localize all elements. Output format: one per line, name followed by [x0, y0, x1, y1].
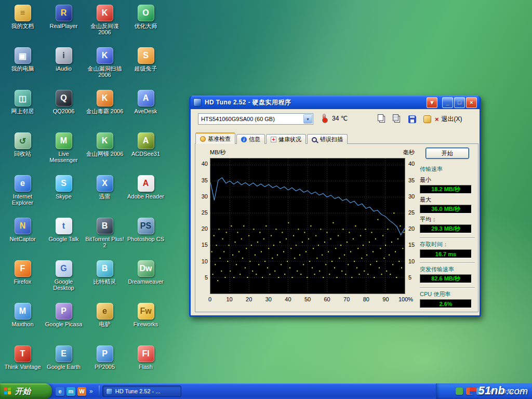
error-scan-icon — [312, 137, 317, 142]
desktop-icon-label: Flash — [139, 364, 153, 370]
tab-benchmark[interactable]: 基准检查 — [195, 132, 235, 144]
desktop-icon-acdsee31[interactable]: AACDSee31 — [125, 130, 166, 172]
desktop-icon-kingsoft-firewall[interactable]: K金山网镖 2006 — [84, 130, 125, 172]
window-client-area: HTS541060G9SA00 (60 GB) ▼ 34 ℃ × 退出(X) 基… — [191, 109, 480, 315]
desktop-icon-google-picasa[interactable]: PGoogle Picasa — [43, 300, 84, 343]
desktop-icon-dreamweaver[interactable]: DwDreamweaver — [125, 258, 166, 300]
minimize-button[interactable]: _ — [442, 97, 453, 108]
separator — [420, 237, 475, 238]
minimize-to-tray-button[interactable]: ▼ — [427, 97, 437, 108]
copy-text-button[interactable] — [391, 113, 403, 125]
desktop-icon-pp2005[interactable]: PPP2005 — [84, 343, 125, 385]
acdsee31-icon: A — [138, 132, 154, 149]
transfer-rate-header: 传输速率 — [420, 165, 475, 173]
desktop-icon-my-computer[interactable]: ▣我的电脑 — [2, 45, 43, 87]
axis-tick-label: 90 — [379, 296, 392, 302]
desktop-icon-super-rabbit[interactable]: S超级兔子 — [125, 45, 166, 87]
quick-launch-internet-explorer-icon[interactable]: e — [56, 387, 64, 396]
desktop-icon-avedesk[interactable]: AAveDesk — [125, 87, 166, 130]
axis-tick-label: 30 — [262, 296, 275, 302]
desktop-icon-label: Think Vantage — [4, 364, 41, 370]
benchmark-chart — [210, 158, 405, 294]
desktop-icon-label: Adobe Reader — [127, 193, 164, 200]
desktop-icon-firefox[interactable]: FFirefox — [2, 258, 43, 300]
desktop-icon-iaudio[interactable]: iiAudio — [43, 45, 84, 87]
tab-benchmark-label: 基准检查 — [208, 135, 231, 143]
benchmark-icon — [200, 136, 206, 142]
tab-health[interactable]: + 健康状况 — [266, 134, 306, 144]
quick-launch-maxthon-icon[interactable]: m — [66, 387, 75, 396]
desktop-icon-my-network-places[interactable]: ◫网上邻居 — [2, 87, 43, 130]
tray-icon-1[interactable] — [456, 388, 463, 395]
watermark-name: 51nb — [478, 384, 504, 397]
exit-button[interactable]: × 退出(X) — [435, 115, 462, 124]
desktop-icon-recycle-bin[interactable]: ↺回收站 — [2, 130, 43, 172]
my-computer-icon: ▣ — [15, 47, 31, 64]
desktop-icon-youhua-dashi[interactable]: O优化大师 — [125, 2, 166, 45]
copy-pages-icon — [378, 114, 383, 121]
axis-tick-label: 5 — [195, 274, 208, 281]
desktop-icon-my-documents[interactable]: ≡我的文档 — [2, 2, 43, 45]
desktop-icon-label: Maxthon — [11, 321, 33, 327]
desktop-icon-flash[interactable]: FlFlash — [125, 343, 166, 385]
copy-image-button[interactable] — [376, 113, 388, 125]
axis-tick-label: 100% — [398, 296, 412, 302]
save-screenshot-button[interactable] — [406, 113, 418, 125]
desktop-icon-think-vantage[interactable]: TThink Vantage — [2, 343, 43, 385]
desktop-icon-google-desktop[interactable]: GGoogle Desktop — [43, 258, 84, 300]
desktop-icon-kingsoft-antivirus[interactable]: K金山毒霸 2006 — [84, 87, 125, 130]
axis-tick-label: 60 — [321, 296, 334, 302]
desktop-icon-label: iAudio — [56, 65, 72, 72]
axis-tick-label: 10 — [408, 258, 424, 264]
desktop-icon-thunder[interactable]: X迅雷 — [84, 172, 125, 215]
desktop-icon-photoshop-cs[interactable]: PSPhotoshop CS — [125, 215, 166, 258]
desktop-icon-live-messenger[interactable]: MLive Messenger — [43, 130, 84, 172]
start-button[interactable]: 开始 — [0, 383, 52, 399]
tab-info[interactable]: i 信息 — [236, 134, 265, 144]
axis-tick-label: 20 — [195, 225, 208, 232]
desktop-icon-google-talk[interactable]: tGoogle Talk — [43, 215, 84, 258]
health-icon: + — [271, 137, 276, 142]
close-button[interactable]: × — [466, 97, 477, 108]
internet-explorer-icon: e — [15, 175, 31, 192]
combo-dropdown-icon[interactable]: ▼ — [303, 114, 312, 124]
desktop-icon-label: PP2005 — [95, 364, 115, 370]
desktop-icon-bittorrent-plus[interactable]: BBitTorrent Plus! 2 — [84, 215, 125, 258]
drive-select[interactable]: HTS541060G9SA00 (60 GB) ▼ — [198, 113, 313, 125]
desktop-icon-adobe-reader[interactable]: AAdobe Reader — [125, 172, 166, 215]
maximize-button[interactable]: □ — [454, 97, 465, 108]
desktop-icon-google-earth[interactable]: EGoogle Earth — [43, 343, 84, 385]
desktop-icon-kingsoft-antispy[interactable]: K金山反间谍 2006 — [84, 2, 125, 45]
desktop-icon-realplayer[interactable]: RRealPlayer — [43, 2, 84, 45]
tab-error-scan[interactable]: 错误扫描 — [307, 134, 348, 144]
desktop-icon-kingsoft-vulnscan[interactable]: K金山漏洞扫描 2006 — [84, 45, 125, 87]
start-benchmark-button[interactable]: 开始 — [425, 148, 469, 159]
realplayer-icon: R — [56, 5, 72, 21]
benchmark-panel: MB/秒 毫秒 开始 传输速率 最小 18.2 MB/秒 最大 36.0 MB/… — [195, 143, 478, 312]
desktop-icon-internet-explorer[interactable]: eInternet Explorer — [2, 172, 43, 215]
titlebar[interactable]: HD Tune 2.52 - 硬盘实用程序 ▼ _ □ × — [191, 96, 480, 109]
right-axis-title: 毫秒 — [403, 149, 415, 156]
desktop-icon-bitspirit[interactable]: B比特精灵 — [84, 258, 125, 300]
desktop-icon-qq2006[interactable]: QQQ2006 — [43, 87, 84, 130]
quick-launch-media-player-icon[interactable]: W — [77, 387, 86, 396]
axis-tick-label: 40 — [408, 161, 424, 167]
live-messenger-icon: M — [56, 132, 72, 149]
desktop-icon-skype[interactable]: SSkype — [43, 172, 84, 215]
desktop-icon-netcaptor[interactable]: NNetCaptor — [2, 215, 43, 258]
desktop-icon-fireworks[interactable]: FwFireworks — [125, 300, 166, 343]
task-button-hdtune[interactable]: HD Tune 2.52 - ... — [102, 385, 181, 397]
options-button[interactable] — [421, 113, 433, 125]
toolbar — [376, 113, 433, 125]
desktop-icon-maxthon[interactable]: MMaxthon — [2, 300, 43, 343]
axis-tick-label: 40 — [195, 161, 208, 167]
burst-rate-label: 突发传输速率 — [420, 265, 475, 273]
recycle-bin-icon: ↺ — [15, 132, 31, 149]
quick-launch-chevron-icon[interactable]: » — [88, 388, 94, 395]
dreamweaver-icon: Dw — [138, 260, 154, 277]
axis-tick-label: 5 — [408, 274, 424, 281]
desktop-icon-label: Google Desktop — [44, 278, 84, 291]
desktop-icon-emule[interactable]: e电驴 — [84, 300, 125, 343]
left-axis-title: MB/秒 — [210, 149, 226, 156]
hdtune-app-icon — [193, 98, 202, 107]
